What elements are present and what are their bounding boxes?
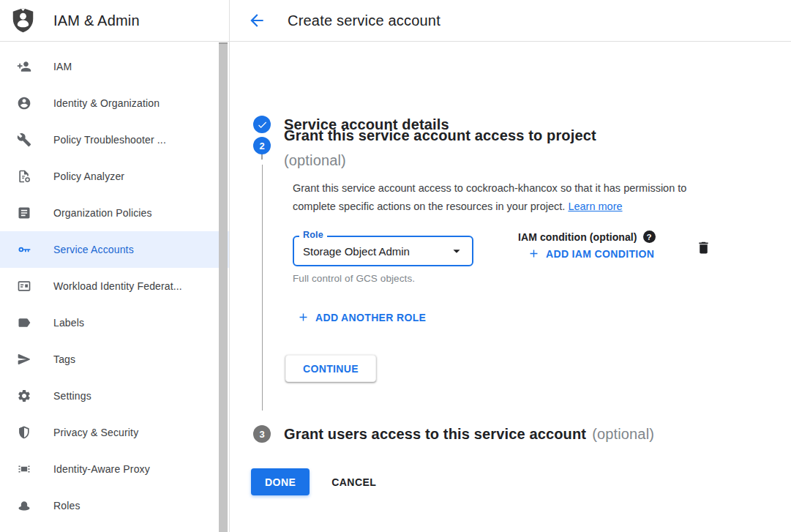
sidebar-item-label: Labels bbox=[53, 317, 84, 329]
sidebar-item-policy-troubleshooter[interactable]: Policy Troubleshooter ... bbox=[0, 121, 229, 158]
add-another-role-button[interactable]: ADD ANOTHER ROLE bbox=[297, 311, 426, 323]
policy-analyzer-icon bbox=[17, 169, 31, 184]
proxy-icon bbox=[17, 462, 31, 476]
label-icon bbox=[17, 315, 31, 330]
page-title: Create service account bbox=[288, 12, 441, 29]
sidebar-scrollbar[interactable] bbox=[219, 42, 228, 532]
sidebar-item-label: Privacy & Security bbox=[53, 427, 138, 438]
sidebar-item-label: Settings bbox=[53, 390, 91, 402]
sidebar-item-iam[interactable]: IAM bbox=[0, 48, 229, 85]
step-2-description: Grant this service account access to coc… bbox=[293, 179, 726, 216]
learn-more-link[interactable]: Learn more bbox=[568, 201, 622, 212]
plus-icon bbox=[297, 311, 310, 323]
sidebar-item-label: IAM bbox=[53, 61, 72, 72]
article-icon bbox=[17, 206, 31, 220]
sidebar-item-workload-identity-federat[interactable]: Workload Identity Federat... bbox=[0, 268, 229, 304]
shield-icon bbox=[17, 425, 31, 440]
product-title: IAM & Admin bbox=[53, 12, 140, 29]
description-text: Grant this service account access to coc… bbox=[293, 182, 686, 212]
cancel-button[interactable]: CANCEL bbox=[331, 476, 376, 488]
role-helper-text: Full control of GCS objects. bbox=[293, 273, 473, 284]
person-add-icon bbox=[17, 59, 31, 74]
role-select[interactable]: Storage Object Admin bbox=[293, 236, 473, 266]
continue-button[interactable]: CONTINUE bbox=[285, 355, 376, 382]
step-2-body: Grant this service account access to coc… bbox=[262, 165, 730, 411]
sidebar-item-label: Service Accounts bbox=[53, 244, 134, 255]
done-button[interactable]: DONE bbox=[251, 468, 310, 495]
step-1-completed-check-icon bbox=[253, 116, 271, 133]
iam-admin-shield-logo-icon bbox=[11, 7, 35, 34]
sidebar-item-identity-aware-proxy[interactable]: Identity-Aware Proxy bbox=[0, 451, 229, 487]
sidebar-item-label: Identity & Organization bbox=[53, 97, 160, 109]
sidebar-item-label: Identity-Aware Proxy bbox=[53, 463, 150, 475]
sidebar-item-label: Workload Identity Federat... bbox=[53, 280, 182, 292]
iam-condition-group: IAM condition (optional) ? ADD IAM CONDI… bbox=[518, 231, 664, 260]
wrench-icon bbox=[17, 132, 31, 147]
identity-icon bbox=[17, 96, 31, 110]
role-row: Role Storage Object Admin Full control o… bbox=[293, 236, 730, 284]
sidebar-item-label: Tags bbox=[53, 353, 75, 365]
form-actions: DONE CANCEL bbox=[251, 468, 376, 495]
page-header: Create service account bbox=[230, 0, 791, 42]
sidebar-item-policy-analyzer[interactable]: Policy Analyzer bbox=[0, 158, 229, 195]
step-3-grant-users-access: 3 Grant users access to this service acc… bbox=[253, 425, 654, 443]
id-card-icon bbox=[17, 279, 31, 293]
wizard-content: Service account details 2 Grant this ser… bbox=[230, 42, 791, 532]
sidebar: IAM & Admin IAMIdentity & OrganizationPo… bbox=[0, 0, 230, 532]
help-icon[interactable]: ? bbox=[643, 231, 656, 243]
step-3-title: Grant users access to this service accou… bbox=[284, 426, 586, 443]
main-panel: Create service account Service account d… bbox=[230, 0, 791, 532]
step-2-number-badge: 2 bbox=[253, 137, 271, 154]
sidebar-header: IAM & Admin bbox=[0, 0, 229, 42]
sidebar-item-settings[interactable]: Settings bbox=[0, 378, 229, 414]
role-selected-value: Storage Object Admin bbox=[303, 245, 410, 258]
role-field-label: Role bbox=[299, 230, 327, 240]
back-arrow-icon[interactable] bbox=[247, 11, 266, 30]
role-field-group: Role Storage Object Admin Full control o… bbox=[293, 236, 473, 284]
sidebar-item-organization-policies[interactable]: Organization Policies bbox=[0, 195, 229, 231]
sidebar-item-labels[interactable]: Labels bbox=[0, 304, 229, 341]
sidebar-item-label: Organization Policies bbox=[53, 207, 152, 219]
step-2-title: Grant this service account access to pro… bbox=[284, 123, 596, 148]
sidebar-item-label: Roles bbox=[53, 500, 80, 512]
roles-hat-icon bbox=[17, 498, 31, 513]
sidebar-item-label: Policy Analyzer bbox=[53, 171, 124, 182]
sidebar-item-roles[interactable]: Roles bbox=[0, 487, 229, 524]
dropdown-arrow-icon bbox=[449, 243, 465, 259]
delete-role-trash-icon[interactable] bbox=[696, 240, 711, 255]
gear-icon bbox=[17, 389, 31, 403]
iam-condition-label: IAM condition (optional) bbox=[518, 231, 637, 243]
sidebar-item-privacy-security[interactable]: Privacy & Security bbox=[0, 414, 229, 451]
sidebar-nav: IAMIdentity & OrganizationPolicy Trouble… bbox=[0, 42, 229, 524]
step-3-number-badge: 3 bbox=[253, 425, 271, 443]
service-account-key-icon bbox=[17, 242, 31, 257]
sidebar-item-identity-organization[interactable]: Identity & Organization bbox=[0, 85, 229, 121]
plus-icon bbox=[528, 247, 540, 260]
sidebar-item-service-accounts[interactable]: Service Accounts bbox=[0, 231, 229, 268]
tag-arrow-icon bbox=[17, 352, 31, 367]
sidebar-item-tags[interactable]: Tags bbox=[0, 341, 229, 378]
add-iam-condition-button[interactable]: ADD IAM CONDITION bbox=[528, 247, 654, 260]
sidebar-item-label: Policy Troubleshooter ... bbox=[53, 134, 166, 146]
step-3-optional-label: (optional) bbox=[592, 426, 654, 443]
